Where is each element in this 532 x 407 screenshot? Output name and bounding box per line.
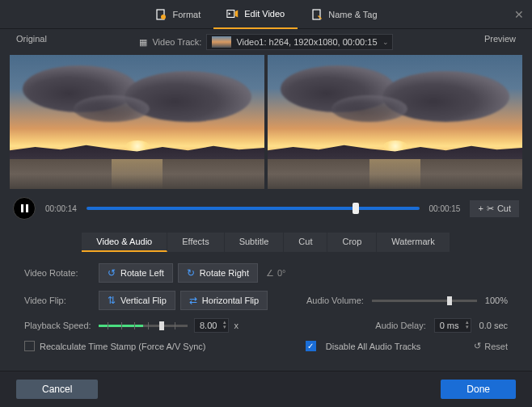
- volume-slider[interactable]: [372, 300, 477, 302]
- track-thumbnail: [212, 36, 231, 48]
- preview-label: Preview: [484, 34, 516, 44]
- recalc-label: Recalculate Time Stamp (Force A/V Sync): [40, 342, 205, 351]
- video-track-select[interactable]: Video1: h264, 1920x1080, 00:00:15 ⌄: [206, 34, 392, 50]
- rotate-angle: ∠0°: [266, 268, 286, 279]
- volume-label: Audio Volume:: [306, 296, 364, 305]
- spinner-icon[interactable]: ▴▾: [223, 320, 226, 329]
- subtab-crop[interactable]: Crop: [327, 233, 377, 252]
- tab-label: Name & Tag: [328, 10, 377, 19]
- recalc-checkbox[interactable]: [24, 341, 35, 351]
- name-tag-icon: [310, 8, 323, 21]
- disable-audio-label: Disable All Audio Tracks: [326, 342, 420, 351]
- format-icon: [154, 8, 167, 21]
- subtab-effects[interactable]: Effects: [167, 233, 224, 252]
- result-preview: [268, 55, 522, 189]
- delay-label: Audio Delay:: [375, 321, 425, 330]
- time-total: 00:00:15: [429, 204, 461, 213]
- speed-input[interactable]: 8.00▴▾: [194, 318, 229, 333]
- volume-thumb[interactable]: [447, 296, 452, 305]
- rotate-right-button[interactable]: ↻Rotate Right: [178, 263, 258, 283]
- cut-label: Cut: [497, 204, 511, 213]
- speed-label: Playback Speed:: [24, 321, 99, 330]
- tab-name-tag[interactable]: Name & Tag: [298, 0, 390, 29]
- video-track-icon: ▦: [139, 37, 147, 48]
- play-pause-button[interactable]: [13, 197, 36, 220]
- tab-edit-video[interactable]: Edit Video: [213, 0, 298, 29]
- svg-point-1: [161, 15, 166, 19]
- flip-label: Video Flip:: [24, 296, 99, 305]
- disable-audio-checkbox[interactable]: ✓: [306, 341, 316, 351]
- speed-slider[interactable]: [99, 325, 188, 327]
- spinner-icon[interactable]: ▴▾: [466, 320, 469, 329]
- chevron-down-icon: ⌄: [382, 38, 389, 46]
- add-icon: +: [478, 204, 483, 213]
- speed-suffix: x: [234, 321, 239, 330]
- cut-button[interactable]: + ✂ Cut: [470, 200, 519, 217]
- done-button[interactable]: Done: [441, 380, 516, 399]
- track-value: Video1: h264, 1920x1080, 00:00:15: [236, 37, 377, 47]
- rotate-left-icon: ↺: [108, 267, 116, 279]
- subtab-video-audio[interactable]: Video & Audio: [82, 233, 167, 252]
- delay-sec: 0.0 sec: [479, 321, 508, 330]
- reset-button[interactable]: ↺Reset: [474, 341, 508, 351]
- subtab-cut[interactable]: Cut: [284, 233, 327, 252]
- volume-value: 100%: [485, 296, 508, 305]
- pause-icon: [21, 204, 28, 212]
- original-label: Original: [16, 34, 47, 44]
- speed-thumb[interactable]: [159, 321, 164, 330]
- horizontal-flip-button[interactable]: ⇄Horizontal Flip: [180, 291, 268, 310]
- time-current: 00:00:14: [45, 204, 77, 213]
- rotate-left-button[interactable]: ↺Rotate Left: [99, 263, 173, 283]
- tab-label: Edit Video: [244, 9, 285, 19]
- tab-label: Format: [172, 10, 201, 19]
- timeline-slider[interactable]: [87, 207, 420, 210]
- tab-format[interactable]: Format: [141, 0, 213, 29]
- cancel-button[interactable]: Cancel: [16, 380, 98, 399]
- rotate-right-icon: ↻: [187, 267, 195, 279]
- reset-icon: ↺: [474, 341, 481, 351]
- edit-video-icon: [226, 7, 239, 20]
- close-icon[interactable]: ✕: [514, 8, 524, 21]
- timeline-thumb[interactable]: [353, 203, 359, 214]
- angle-icon: ∠: [266, 268, 274, 279]
- flip-vertical-icon: ⇅: [108, 295, 116, 306]
- scissors-icon: ✂: [487, 204, 494, 214]
- delay-input[interactable]: 0 ms▴▾: [434, 318, 471, 333]
- original-preview: [10, 55, 264, 189]
- subtab-subtitle[interactable]: Subtitle: [225, 233, 285, 252]
- rotate-label: Video Rotate:: [24, 268, 99, 278]
- svg-rect-3: [313, 10, 320, 19]
- subtab-watermark[interactable]: Watermark: [377, 233, 450, 252]
- video-track-label: Video Track:: [152, 37, 201, 47]
- vertical-flip-button[interactable]: ⇅Vertical Flip: [99, 291, 175, 310]
- flip-horizontal-icon: ⇄: [189, 295, 197, 306]
